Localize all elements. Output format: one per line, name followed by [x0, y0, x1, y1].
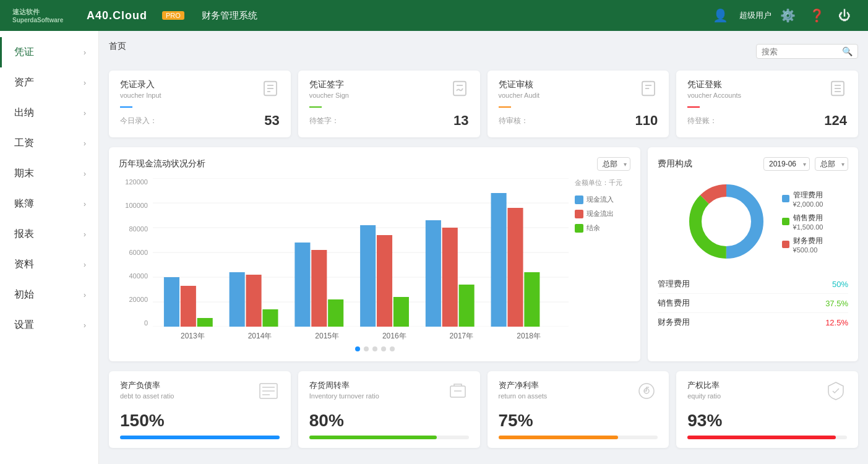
svg-rect-20 [164, 277, 179, 327]
chevron-icon: › [84, 48, 86, 57]
sidebar-item-data[interactable]: 资料 › [0, 249, 98, 280]
power-icon[interactable]: ⏻ [838, 9, 851, 23]
dept-select-wrap[interactable]: 总部 [597, 157, 630, 171]
bottom-card-icon-debt [257, 380, 280, 406]
dot-4[interactable] [381, 346, 386, 351]
x-axis: 2013年 2014年 2015年 2016年 2017年 2018年 [153, 331, 569, 342]
bottom-card-text: 资产净利率 return on assets [499, 380, 548, 400]
svg-rect-35 [491, 193, 507, 327]
card-value: 110 [635, 113, 658, 129]
sidebar-item-init[interactable]: 初始 › [0, 280, 98, 310]
bottom-card-title: 产权比率 [687, 380, 721, 391]
donut-legend: 管理费用 ¥2,000.00 销售费用 ¥1,500.00 [782, 190, 823, 254]
legend-label-inflow: 现金流入 [587, 195, 614, 204]
main-content: 首页 🔍 凭证录入 voucher Input [99, 31, 868, 464]
sidebar-item-voucher[interactable]: 凭证 › [0, 37, 98, 67]
x-label: 2013年 [181, 331, 205, 342]
bar-chart-area: 2013年 2014年 2015年 2016年 2017年 2018年 [153, 178, 569, 342]
svg-rect-23 [230, 272, 245, 327]
bottom-card-icon-inventory [447, 380, 469, 406]
donut-wrap: 管理费用 ¥2,000.00 销售费用 ¥1,500.00 [658, 178, 848, 265]
bottom-card-title: 存货周转率 [309, 380, 379, 391]
sidebar-label-report: 报表 [14, 228, 34, 241]
card-footer: 待审核： 110 [499, 113, 658, 129]
sidebar-label-data: 资料 [14, 258, 34, 271]
settings-icon[interactable]: ⚙️ [780, 8, 796, 23]
dot-2[interactable] [364, 346, 369, 351]
legend-label-manage: 管理费用 [793, 190, 823, 200]
chart-header: 历年现金流动状况分析 总部 [119, 157, 630, 171]
sidebar-item-cashier[interactable]: 出纳 › [0, 98, 98, 128]
search-icon[interactable]: 🔍 [842, 46, 853, 56]
card-voucher-sign[interactable]: 凭证签字 voucher Sign 待签字： 13 [298, 71, 480, 137]
legend-item-finance: 财务费用 ¥500.00 [782, 236, 823, 254]
bottom-card-header: 资产净利率 return on assets [499, 380, 658, 406]
bottom-card-inventory[interactable]: 存货周转率 Inventory turnover ratio 80% [298, 371, 480, 448]
sidebar-item-salary[interactable]: 工资 › [0, 128, 98, 158]
progress-fill [120, 436, 280, 439]
bottom-card-header: 产权比率 equity ratio [687, 380, 847, 406]
bottom-card-icon-equity [825, 380, 847, 406]
donut-title: 费用构成 [658, 158, 692, 170]
card-title: 凭证审核 [499, 79, 540, 90]
card-footer: 待登账： 124 [687, 113, 847, 129]
bar-chart-container: 120000 100000 80000 60000 40000 20000 0 [119, 178, 630, 342]
chevron-icon: › [84, 321, 86, 330]
card-underline [687, 106, 700, 108]
bottom-cards: 资产负债率 debt to asset ratio 150% [109, 371, 858, 448]
donut-dept-select[interactable]: 总部 [815, 157, 848, 171]
card-header: 凭证录入 voucher Input [120, 79, 280, 101]
sidebar-item-period[interactable]: 期末 › [0, 158, 98, 189]
bottom-card-equity[interactable]: 产权比率 equity ratio 93% [676, 371, 858, 448]
logo-line1: 速达软件 [12, 7, 74, 17]
sidebar-item-ledger[interactable]: 账簿 › [0, 189, 98, 219]
dept-select[interactable]: 总部 [597, 157, 630, 171]
y-axis: 120000 100000 80000 60000 40000 20000 0 [119, 178, 153, 327]
bottom-card-value: 93% [687, 411, 847, 431]
svg-rect-25 [262, 309, 278, 327]
legend-text-manage: 管理费用 ¥2,000.00 [793, 190, 823, 208]
bottom-card-roa[interactable]: 资产净利率 return on assets 75% [488, 371, 669, 448]
legend-item-manage: 管理费用 ¥2,000.00 [782, 190, 823, 208]
dot-5[interactable] [390, 346, 395, 351]
card-voucher-input[interactable]: 凭证录入 voucher Input 今日录入： 53 [109, 71, 291, 137]
card-icon-sign [450, 79, 469, 101]
top-cards: 凭证录入 voucher Input 今日录入： 53 凭证签字 [109, 71, 858, 137]
x-label: 2017年 [450, 331, 474, 342]
sidebar-label-period: 期末 [14, 167, 34, 180]
donut-dept-select-wrap[interactable]: 总部 [815, 157, 848, 171]
bottom-card-subtitle: equity ratio [687, 392, 721, 400]
username: 超级用户 [739, 10, 771, 21]
help-icon[interactable]: ❓ [809, 8, 825, 23]
dot-1[interactable] [355, 346, 360, 351]
sidebar-item-report[interactable]: 报表 › [0, 219, 98, 249]
bottom-card-debt[interactable]: 资产负债率 debt to asset ratio 150% [109, 371, 291, 448]
svg-rect-36 [507, 208, 523, 327]
dot-3[interactable] [372, 346, 377, 351]
x-label: 2018年 [517, 331, 541, 342]
progress-bar [309, 436, 469, 439]
sidebar-item-assets[interactable]: 资产 › [0, 67, 98, 98]
date-select[interactable]: 2019-06 [763, 157, 810, 171]
card-voucher-audit[interactable]: 凭证审核 voucher Audit 待审核： 110 [488, 71, 669, 137]
card-underline [309, 106, 322, 108]
search-bar[interactable]: 🔍 [756, 44, 858, 59]
stat-label-manage: 管理费用 [658, 278, 690, 290]
date-select-wrap[interactable]: 2019-06 [763, 157, 810, 171]
card-voucher-accounts[interactable]: 凭证登账 voucher Accounts 待登账： 124 [676, 71, 858, 137]
card-footer: 今日录入： 53 [120, 113, 280, 129]
card-icon-input [261, 79, 280, 101]
user-icon[interactable]: 👤 [713, 8, 728, 23]
sidebar-item-settings[interactable]: 设置 › [0, 310, 98, 340]
logo-line2: SuperdaSoftware [12, 17, 74, 24]
y-label: 100000 [125, 202, 148, 209]
donut-header: 费用构成 2019-06 总部 [658, 157, 848, 171]
search-input[interactable] [762, 47, 842, 56]
bar-chart-title: 历年现金流动状况分析 [119, 158, 205, 170]
stat-label-sales: 销售费用 [658, 298, 690, 309]
stat-pct-manage: 50% [832, 280, 848, 289]
card-footer: 待签字： 13 [309, 113, 469, 129]
svg-rect-34 [459, 285, 475, 327]
bottom-card-title: 资产净利率 [499, 380, 548, 391]
donut-stat-manage: 管理费用 50% [658, 275, 848, 294]
